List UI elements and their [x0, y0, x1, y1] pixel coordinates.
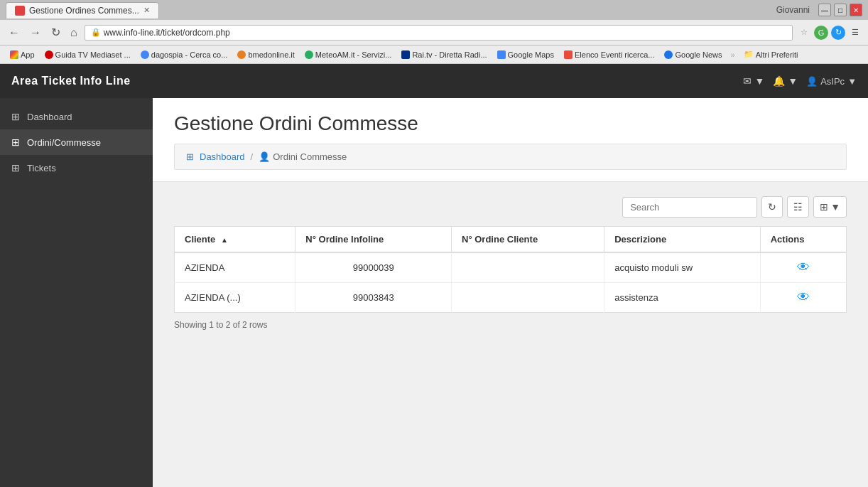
blue-icon[interactable]: ↻ [831, 26, 845, 40]
url-bar[interactable]: 🔒 www.info-line.it/ticket/ordcom.php [85, 25, 793, 41]
tab-title: Gestione Ordines Commes... [29, 6, 139, 16]
table-section: ↻ ☷ ⊞ ▼ Cliente ▲ N° Ordine Infoline N° … [153, 182, 868, 351]
main-area: ⊞ Dashboard ⊞ Ordini/Commesse ⊞ Tickets … [0, 98, 868, 487]
cell-actions-2: 👁 [760, 283, 846, 313]
home-btn[interactable]: ⌂ [67, 25, 80, 41]
bookmark-bmedonline[interactable]: bmedonline.it [233, 49, 298, 60]
search-input[interactable] [622, 197, 757, 218]
address-bar: ← → ↻ ⌂ 🔒 www.info-line.it/ticket/ordcom… [0, 20, 868, 46]
columns-icon: ⊞ [820, 201, 828, 213]
bookmark-dagospia[interactable]: dagospia - Cerca co... [136, 49, 232, 60]
tickets-icon: ⊞ [11, 162, 20, 173]
user-dropdown-arrow: ▼ [847, 76, 857, 87]
rai-icon [401, 50, 410, 59]
apps-icon [10, 50, 18, 59]
sidebar-item-dashboard[interactable]: ⊞ Dashboard [0, 104, 153, 129]
google-news-label: Google News [675, 50, 722, 59]
cell-cliente-1: AZIENDA [175, 252, 295, 283]
bookmark-maps[interactable]: Google Maps [493, 49, 558, 60]
green-icon[interactable]: G [814, 26, 828, 40]
breadcrumb-separator: / [251, 151, 254, 162]
tab-close-btn[interactable]: ✕ [143, 6, 150, 15]
bookmark-rai[interactable]: Rai.tv - Diretta Radi... [397, 49, 491, 60]
sidebar-item-ordini[interactable]: ⊞ Ordini/Commesse [0, 129, 153, 155]
top-navbar: Area Ticket Info Line ✉ ▼ 🔔 ▼ 👤 AsIPc ▼ [0, 64, 868, 98]
ordini-icon: ⊞ [11, 137, 20, 148]
google-icon [141, 50, 149, 59]
cell-ordine-infoline-1: 99000039 [295, 252, 452, 283]
view-btn-1[interactable]: 👁 [797, 260, 810, 274]
breadcrumb-home-icon: ⊞ [186, 151, 194, 162]
folder-icon: 📁 [744, 50, 754, 59]
window-controls: — □ ✕ [818, 4, 862, 16]
eventi-icon [564, 50, 573, 59]
table-body: AZIENDA 99000039 acquisto moduli sw 👁 AZ… [175, 252, 847, 313]
forward-btn[interactable]: → [27, 25, 44, 41]
breadcrumb-user-icon: 👤 [259, 151, 270, 162]
back-btn[interactable]: ← [6, 25, 23, 41]
bell-icon: 🔔 [773, 75, 785, 87]
bookmark-star-icon[interactable]: ☆ [797, 26, 811, 40]
meteo-icon [305, 50, 313, 59]
user-name: AsIPc [820, 76, 845, 87]
cell-descrizione-2: assistenza [604, 283, 761, 313]
navbar-actions: ✉ ▼ 🔔 ▼ 👤 AsIPc ▼ [743, 75, 857, 87]
breadcrumb-home-link[interactable]: Dashboard [200, 151, 245, 162]
sidebar: ⊞ Dashboard ⊞ Ordini/Commesse ⊞ Tickets [0, 98, 153, 487]
reload-btn[interactable]: ↻ [48, 24, 63, 41]
url-text: www.info-line.it/ticket/ordcom.php [104, 28, 230, 38]
table-row: AZIENDA (...) 99003843 assistenza 👁 [175, 283, 847, 313]
gnews-icon [664, 50, 673, 59]
sidebar-item-tickets-label: Tickets [27, 163, 56, 173]
table-row: AZIENDA 99000039 acquisto moduli sw 👁 [175, 252, 847, 283]
cell-actions-1: 👁 [760, 252, 846, 283]
active-tab[interactable]: Gestione Ordines Commes... ✕ [6, 2, 159, 18]
lock-icon: 🔒 [91, 28, 101, 37]
title-bar: Gestione Ordines Commes... ✕ Giovanni — … [0, 0, 868, 20]
maximize-btn[interactable]: □ [834, 4, 847, 16]
col-ordine-infoline[interactable]: N° Ordine Infoline [295, 227, 452, 253]
breadcrumb-current: 👤 Ordini Commesse [259, 151, 347, 162]
close-btn[interactable]: ✕ [850, 4, 862, 16]
view-btn-2[interactable]: 👁 [797, 290, 810, 304]
col-descrizione[interactable]: Descrizione [604, 227, 761, 253]
grid-view-btn[interactable]: ☷ [787, 196, 809, 218]
col-ordine-cliente[interactable]: N° Ordine Cliente [452, 227, 604, 253]
cell-ordine-cliente-2 [452, 283, 604, 313]
mail-dropdown-arrow: ▼ [754, 75, 764, 87]
medonline-icon [237, 50, 246, 59]
columns-btn[interactable]: ⊞ ▼ [813, 196, 847, 218]
bookmark-meteo[interactable]: MeteoAM.it - Servizi... [300, 49, 396, 60]
minimize-btn[interactable]: — [818, 4, 831, 16]
maps-icon [497, 50, 506, 59]
browser-chrome: Gestione Ordines Commes... ✕ Giovanni — … [0, 0, 868, 64]
cell-ordine-cliente-1 [452, 252, 604, 283]
bookmark-mediaset[interactable]: Guida TV Mediaset ... [40, 49, 135, 60]
refresh-btn[interactable]: ↻ [761, 196, 783, 218]
table-header: Cliente ▲ N° Ordine Infoline N° Ordine C… [175, 227, 847, 253]
tab-favicon [15, 6, 25, 16]
cell-ordine-infoline-2: 99003843 [295, 283, 452, 313]
bookmark-gnews[interactable]: Google News [660, 49, 726, 60]
mail-icon: ✉ [743, 75, 752, 87]
table-showing-text: Showing 1 to 2 of 2 rows [174, 320, 267, 330]
bookmarks-more[interactable]: » [728, 50, 738, 59]
page-header: Gestione Ordini Commesse ⊞ Dashboard / 👤… [153, 98, 868, 182]
bookmark-apps[interactable]: App [6, 49, 39, 60]
sidebar-item-tickets[interactable]: ⊞ Tickets [0, 155, 153, 181]
sort-arrow-cliente: ▲ [221, 236, 228, 244]
data-table: Cliente ▲ N° Ordine Infoline N° Ordine C… [174, 226, 847, 313]
breadcrumb-current-label: Ordini Commesse [273, 151, 347, 162]
bell-dropdown-arrow: ▼ [788, 75, 798, 87]
bell-btn[interactable]: 🔔 ▼ [773, 75, 798, 87]
col-cliente[interactable]: Cliente ▲ [175, 227, 295, 253]
user-menu[interactable]: 👤 AsIPc ▼ [806, 76, 857, 87]
browser-menu-btn[interactable]: ☰ [848, 26, 862, 40]
address-icons: ☆ G ↻ ☰ [797, 26, 862, 40]
bookmark-altri[interactable]: 📁 Altri Preferiti [739, 48, 803, 60]
bookmark-eventi[interactable]: Elenco Eventi ricerca... [560, 49, 659, 60]
user-person-icon: 👤 [806, 76, 818, 87]
table-toolbar: ↻ ☷ ⊞ ▼ [174, 196, 847, 218]
col-actions: Actions [760, 227, 846, 253]
mail-btn[interactable]: ✉ ▼ [743, 75, 764, 87]
